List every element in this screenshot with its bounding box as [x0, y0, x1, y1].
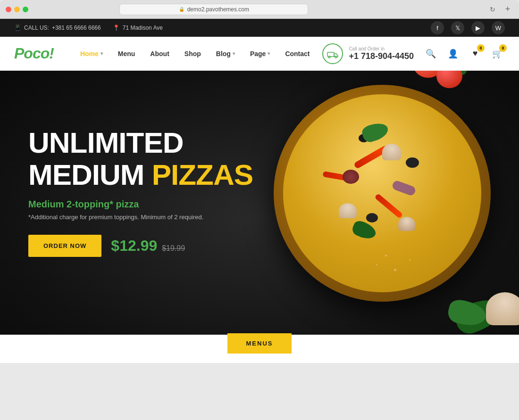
nav-label-about: About	[150, 50, 169, 58]
hero-title-pizzas: PIZZAS	[152, 158, 253, 191]
nav-links: Home ▾ Menu About Shop Blog ▾ Page ▾ Con…	[73, 37, 318, 71]
delivery-icon	[322, 43, 343, 64]
nav-item-about[interactable]: About	[142, 37, 176, 71]
nav-label-blog: Blog	[216, 50, 231, 58]
phone-icon: 📱	[14, 25, 21, 31]
svg-rect-0	[327, 52, 334, 57]
minimize-button[interactable]	[14, 7, 20, 12]
wishlist-button[interactable]: ♥ 0	[468, 46, 483, 61]
scatter-2	[376, 264, 377, 265]
nav-label-shop: Shop	[184, 50, 201, 58]
twitter-icon[interactable]: 𝕏	[451, 21, 464, 34]
nav-item-page[interactable]: Page ▾	[243, 37, 277, 71]
wishlist-badge: 0	[477, 44, 485, 52]
maximize-button[interactable]	[23, 7, 28, 12]
navbar: Poco! Home ▾ Menu About Shop Blog ▾ Page…	[0, 37, 519, 71]
price-area: $12.99 $19.99	[111, 237, 185, 255]
svg-point-2	[335, 56, 337, 58]
pizza-cheese	[283, 94, 481, 292]
phone-number: +381 65 6666 6666	[52, 25, 101, 31]
url-text: demo2.pavothemes.com	[187, 6, 249, 13]
wordpress-icon[interactable]: W	[492, 21, 505, 34]
nav-label-page: Page	[250, 50, 266, 58]
scatter-4	[409, 259, 410, 261]
svg-point-1	[328, 56, 330, 58]
hero-title-line1: UNLIMITED	[28, 127, 253, 158]
reload-button[interactable]: ↻	[487, 4, 498, 15]
old-price: $19.99	[162, 244, 185, 253]
mushroom-right	[486, 292, 519, 325]
hero-subtitle: Medium 2-topping* pizza	[28, 199, 253, 210]
address-text: 71 Madison Ave	[123, 25, 163, 31]
lock-icon: 🔒	[179, 7, 184, 12]
address-item: 📍 71 Madison Ave	[113, 25, 163, 31]
youtube-icon[interactable]: ▶	[471, 21, 485, 34]
nav-phone-number: +1 718-904-4450	[349, 51, 414, 61]
hero-content: UNLIMITED MEDIUM PIZZAS Medium 2-topping…	[28, 127, 253, 257]
nav-label-home: Home	[80, 50, 99, 58]
nav-item-contact[interactable]: Contact	[277, 37, 317, 71]
hero-note: *Additional charge for premium toppings.…	[28, 214, 253, 221]
nav-right: Call and Order in +1 718-904-4450 🔍 👤 ♥ …	[322, 43, 505, 64]
search-button[interactable]: 🔍	[423, 46, 438, 61]
nav-icons: 🔍 👤 ♥ 0 🛒 0	[423, 46, 505, 61]
scatter-3	[394, 269, 396, 271]
phone-item: 📱 CALL US: +381 65 6666 6666	[14, 25, 101, 31]
browser-chrome: 🔒 demo2.pavothemes.com ↻ +	[0, 0, 519, 19]
logo[interactable]: Poco!	[14, 45, 54, 62]
website: 📱 CALL US: +381 65 6666 6666 📍 71 Madiso…	[0, 19, 519, 420]
nav-item-menu[interactable]: Menu	[110, 37, 143, 71]
cart-button[interactable]: 🛒 0	[490, 46, 505, 61]
nav-item-blog[interactable]: Blog ▾	[209, 37, 243, 71]
new-tab-button[interactable]: +	[502, 4, 513, 15]
pizza-crust	[274, 85, 491, 302]
tomato-group	[413, 71, 444, 78]
nav-item-shop[interactable]: Shop	[177, 37, 209, 71]
call-order-label: Call and Order in	[349, 46, 414, 51]
close-button[interactable]	[6, 7, 11, 12]
menus-button[interactable]: MENUS	[227, 333, 292, 354]
current-price: $12.99	[111, 237, 157, 255]
nav-item-home[interactable]: Home ▾	[73, 37, 110, 71]
phone-area: Call and Order in +1 718-904-4450	[322, 43, 414, 64]
phone-label: CALL US:	[24, 25, 49, 31]
chevron-down-icon: ▾	[100, 51, 103, 56]
scatter-1	[385, 255, 387, 256]
hero-title-medium: MEDIUM	[28, 159, 152, 190]
chevron-down-icon-page: ▾	[268, 51, 270, 56]
hero-cta: ORDER NOW $12.99 $19.99	[28, 235, 253, 257]
topbar-right: f 𝕏 ▶ W	[431, 21, 505, 34]
account-button[interactable]: 👤	[445, 46, 460, 61]
facebook-icon[interactable]: f	[431, 21, 444, 34]
traffic-lights	[6, 7, 28, 12]
menus-section: MENUS	[0, 335, 519, 363]
topbar-left: 📱 CALL US: +381 65 6666 6666 📍 71 Madiso…	[14, 25, 163, 31]
chevron-down-icon-blog: ▾	[233, 51, 235, 56]
top-bar: 📱 CALL US: +381 65 6666 6666 📍 71 Madiso…	[0, 19, 519, 37]
hero-title-line2: MEDIUM PIZZAS	[28, 158, 253, 191]
address-bar[interactable]: 🔒 demo2.pavothemes.com	[119, 4, 308, 15]
nav-label-menu: Menu	[118, 50, 135, 58]
nav-label-contact: Contact	[285, 50, 310, 58]
pizza-container	[245, 71, 519, 363]
cart-badge: 0	[499, 44, 507, 52]
location-icon: 📍	[113, 25, 120, 31]
order-now-button[interactable]: ORDER NOW	[28, 235, 101, 257]
phone-text-area: Call and Order in +1 718-904-4450	[349, 46, 414, 61]
hero-section: UNLIMITED MEDIUM PIZZAS Medium 2-topping…	[0, 71, 519, 363]
